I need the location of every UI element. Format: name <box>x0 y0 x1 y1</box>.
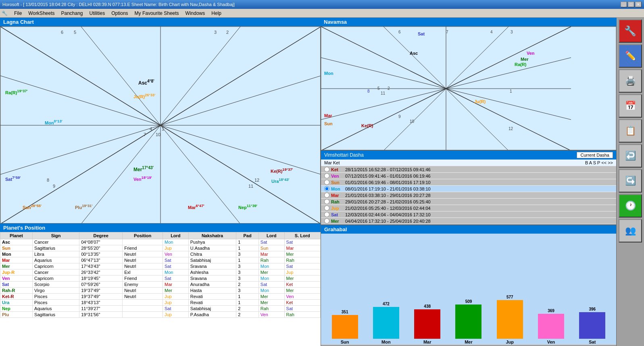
grahabal-bar-container: 509 Mer <box>455 299 481 344</box>
minimize-button[interactable]: _ <box>621 2 627 7</box>
grahabal-bar <box>414 309 440 339</box>
dasha-dates: 28/11/2015 16:52:28 - 07/12/2015 09:41:4… <box>345 167 613 172</box>
house-num-5: 5 <box>74 30 76 35</box>
dasha-rows-container: Ket 28/11/2015 16:52:28 - 07/12/2015 09:… <box>321 166 616 224</box>
tool-btn-forward[interactable]: ↪️ <box>619 169 642 193</box>
tool-btn-notes[interactable]: 📋 <box>619 119 642 143</box>
house-num-4: 4 <box>150 126 152 131</box>
col-slord: S. Lord <box>284 232 320 239</box>
bar-value: 369 <box>548 309 554 313</box>
col-sign: Sign <box>33 232 79 239</box>
menu-icon: 🔧 <box>2 10 8 16</box>
grahabal-chart: 351 Sun 472 Mon 438 Mar 509 Mer 577 Jup … <box>321 234 616 344</box>
tool-btn-print[interactable]: 🖨️ <box>619 69 642 93</box>
left-panel: Lagna Chart <box>0 18 321 346</box>
bar-label: Ven <box>547 340 555 344</box>
dasha-planet-name: Jup <box>331 206 345 211</box>
tool-btn-clock[interactable]: 🕐 <box>619 194 642 218</box>
menu-utilities[interactable]: Utilities <box>90 10 105 16</box>
lagna-ura: Ura18°43' <box>271 178 290 184</box>
dasha-planet-name: Ven <box>331 174 345 178</box>
dasha-radio[interactable] <box>324 180 329 185</box>
right-toolbar: 🔧 ✏️ 🖨️ 📅 📋 ↩️ ↪️ 🕐 👥 <box>617 18 644 346</box>
house-num-2: 2 <box>226 30 229 35</box>
grahabal-bar <box>332 315 358 339</box>
col-lord2: Lord <box>258 232 284 239</box>
dasha-row: Ket 28/11/2015 16:52:28 - 07/12/2015 09:… <box>321 166 616 173</box>
lagna-ket: Ke(R)19°37' <box>271 168 293 174</box>
dasha-radio[interactable] <box>324 167 329 172</box>
dasha-radio[interactable] <box>324 205 329 211</box>
dasha-header: Vimshottari Dasha Current Dasha <box>321 151 616 160</box>
navamsa-section: Navamsa <box>321 18 617 150</box>
menu-file[interactable]: File <box>14 10 22 16</box>
dasha-radio[interactable] <box>324 218 329 224</box>
navamsa-chart: Sat 6 Mon Asc 4 3 Ven Mer Ra(R) 8 5 2 11… <box>321 26 617 150</box>
dasha-dates: 08/01/2016 17:19:10 - 21/01/2016 03:38:1… <box>345 186 613 191</box>
dasha-row: Jup 21/02/2016 05:25:40 - 12/03/2016 02:… <box>321 205 616 211</box>
grahabal-bar-container: 396 Sat <box>579 307 605 344</box>
grahabal-bar <box>538 314 564 339</box>
bar-value: 396 <box>589 307 596 311</box>
tool-btn-people[interactable]: 👥 <box>619 219 642 242</box>
nav-num-5: 5 <box>377 86 380 91</box>
navamsa-svg <box>321 27 616 150</box>
nav-num-6: 6 <box>398 30 401 34</box>
menu-panchang[interactable]: Panchang <box>61 10 83 16</box>
grahabal-bar-container: 472 Mon <box>373 302 399 344</box>
nav-num-1: 1 <box>510 89 512 93</box>
dasha-radio[interactable] <box>324 186 329 191</box>
dasha-radio[interactable] <box>324 193 329 198</box>
menu-bar: 🔧 File WorkSheets Panchang Utilities Opt… <box>0 9 644 18</box>
tool-btn-2[interactable]: ✏️ <box>619 44 642 68</box>
grahabal-bar-container: 351 Sun <box>332 310 358 344</box>
house-num-8: 8 <box>47 178 49 182</box>
current-dasha-button[interactable]: Current Dasha <box>577 152 613 158</box>
bar-value: 472 <box>383 302 390 306</box>
navamsa-header: Navamsa <box>321 18 617 26</box>
dasha-radio[interactable] <box>324 199 329 204</box>
menu-favourite[interactable]: My Favourite Sheets <box>135 10 179 16</box>
dasha-row: Mon 08/01/2016 17:19:10 - 21/01/2016 03:… <box>321 186 616 192</box>
col-degree: Degree <box>79 232 123 239</box>
grahabal-bar <box>455 305 481 339</box>
house-num-3: 3 <box>214 30 217 35</box>
title-text: Horosoft - [ 13/01/2015 18:04:28 City : … <box>2 2 235 7</box>
dasha-planet-name: Rah <box>331 199 345 204</box>
grahabal-bar <box>579 312 605 339</box>
maximize-button[interactable]: □ <box>628 2 634 7</box>
bar-label: Mer <box>465 340 473 344</box>
dasha-planet-name: Mon <box>331 186 345 191</box>
grahabal-section: Grahabal 351 Sun 472 Mon 438 Mar 509 Mer… <box>321 225 617 346</box>
window-controls[interactable]: _ □ ✕ <box>621 2 642 7</box>
dasha-dates: 12/03/2016 02:44:04 - 04/04/2016 17:32:1… <box>345 212 613 217</box>
nav-num-7-top: 7 <box>446 30 448 34</box>
bar-label: Sat <box>589 340 596 344</box>
menu-worksheets[interactable]: WorkSheets <box>28 10 54 16</box>
dasha-section: Vimshottari Dasha Current Dasha Mar Ket … <box>321 150 617 225</box>
grahabal-bar <box>497 300 523 339</box>
tool-btn-calendar[interactable]: 📅 <box>619 94 642 118</box>
house-num-11: 11 <box>248 184 253 189</box>
close-button[interactable]: ✕ <box>635 2 642 7</box>
menu-windows[interactable]: Windows <box>185 10 205 16</box>
bar-label: Jup <box>506 340 514 344</box>
dasha-dates: 21/02/2016 05:25:40 - 12/03/2016 02:44:0… <box>345 206 613 211</box>
lagna-nep: Nep11°39' <box>238 204 257 210</box>
dasha-radio[interactable] <box>324 173 329 178</box>
col-position: Position <box>123 232 163 239</box>
menu-help[interactable]: Help <box>211 10 221 16</box>
col-planet: Planet <box>0 232 33 239</box>
bar-label: Mar <box>423 340 431 344</box>
lagna-plu: Plu19°31' <box>75 204 92 210</box>
nav-ju-r: Ju(R) <box>474 99 486 104</box>
dasha-radio[interactable] <box>324 212 329 217</box>
tool-btn-1[interactable]: 🔧 <box>619 19 642 43</box>
menu-options[interactable]: Options <box>111 10 128 16</box>
grahabal-header: Grahabal <box>321 225 616 234</box>
nav-ven: Ven <box>527 51 535 56</box>
lagna-asc: Asc4°8' <box>138 79 154 86</box>
tool-btn-back[interactable]: ↩️ <box>619 144 642 168</box>
bar-value: 509 <box>465 299 472 304</box>
dasha-planet-name: Mar <box>331 193 345 198</box>
